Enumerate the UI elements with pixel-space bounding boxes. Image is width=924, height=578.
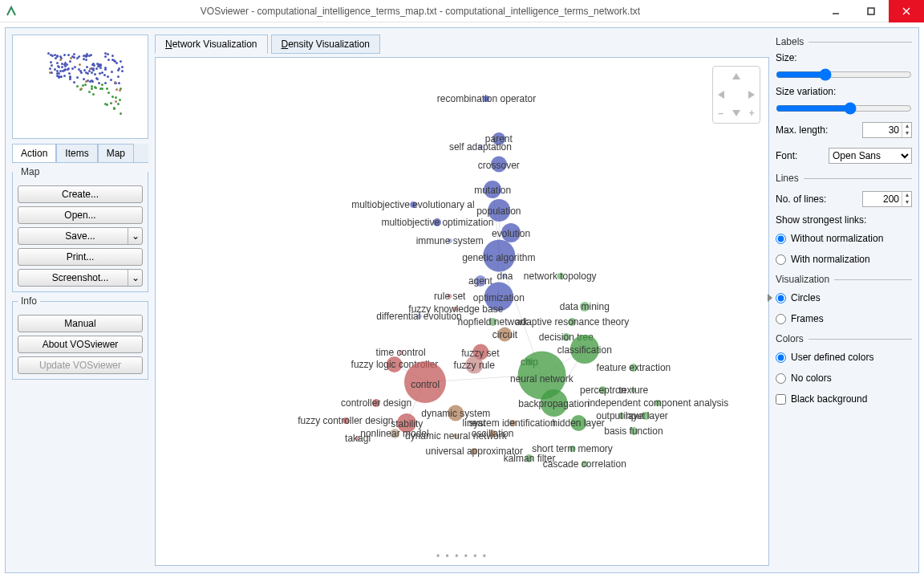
- term-node[interactable]: cascade correlation: [543, 458, 626, 470]
- term-node[interactable]: multiobjective optimization: [381, 217, 493, 228]
- term-node[interactable]: time control: [376, 347, 426, 358]
- font-select[interactable]: Open Sans: [829, 148, 912, 164]
- term-node[interactable]: short term memory: [532, 443, 613, 454]
- term-node[interactable]: recombination operator: [437, 93, 536, 104]
- term-node[interactable]: hidden layer: [552, 417, 604, 429]
- size-variation-slider[interactable]: [776, 102, 912, 115]
- save-button[interactable]: Save...⌄: [18, 227, 143, 245]
- term-node[interactable]: controller design: [341, 397, 411, 409]
- term-node[interactable]: decision tree: [539, 332, 594, 343]
- term-node[interactable]: fuzzy knowledge base: [408, 303, 503, 315]
- open-button[interactable]: Open...: [18, 206, 143, 224]
- term-node[interactable]: fuzzy set: [461, 346, 499, 358]
- app-icon: [0, 0, 22, 22]
- check-black-bg[interactable]: Black background: [776, 393, 912, 405]
- radio-without-norm[interactable]: Without normalization: [776, 233, 912, 244]
- pan-left-icon[interactable]: [713, 85, 728, 104]
- term-node[interactable]: crossover: [478, 158, 520, 170]
- visualization-canvas[interactable]: –+ • • • • • • recombination operatorpar…: [155, 57, 769, 566]
- term-node[interactable]: fuzzy rule: [454, 359, 495, 371]
- titlebar: VOSviewer - computational_intelligence_t…: [0, 0, 924, 22]
- right-sidebar: Labels Size: Size variation: Max. length…: [776, 35, 912, 566]
- chevron-down-icon[interactable]: ⌄: [128, 270, 142, 286]
- term-node[interactable]: backpropagation: [518, 396, 590, 410]
- manual-button[interactable]: Manual: [18, 315, 143, 332]
- term-node[interactable]: nonlinear model: [360, 428, 428, 439]
- radio-no-colors[interactable]: No colors: [776, 372, 912, 384]
- group-info: Info Manual About VOSviewer Update VOSvi…: [12, 295, 148, 380]
- term-node[interactable]: data mining: [560, 301, 610, 312]
- term-node[interactable]: takagi: [345, 433, 371, 444]
- term-node[interactable]: system identification: [469, 417, 556, 429]
- overview-map[interactable]: [12, 35, 148, 139]
- pan-right-icon[interactable]: [744, 85, 760, 104]
- tab-map[interactable]: Map: [98, 144, 134, 162]
- term-node[interactable]: universal approximator: [426, 446, 523, 457]
- term-node[interactable]: linear: [463, 417, 486, 429]
- tab-action[interactable]: Action: [12, 144, 56, 162]
- term-node[interactable]: differential evolution: [376, 311, 462, 322]
- term-node[interactable]: multiobjective evolutionary al: [351, 199, 474, 210]
- size-slider[interactable]: [776, 68, 912, 81]
- term-node[interactable]: basis function: [604, 425, 663, 437]
- group-map-legend: Map: [18, 166, 43, 177]
- term-node[interactable]: circuit: [492, 328, 517, 340]
- zoom-in-icon[interactable]: +: [744, 104, 760, 123]
- term-node[interactable]: output layer: [596, 410, 646, 421]
- radio-circles[interactable]: Circles: [776, 292, 912, 303]
- term-node[interactable]: fuzzy controller design: [298, 415, 393, 426]
- term-node[interactable]: adaptive resonance theory: [516, 316, 629, 328]
- svg-rect-1: [868, 8, 874, 14]
- no-of-lines-input[interactable]: [863, 193, 902, 205]
- spin-down-icon[interactable]: ▾: [902, 199, 911, 206]
- max-length-spinner[interactable]: ▴▾: [862, 122, 912, 138]
- radio-frames[interactable]: Frames: [776, 313, 912, 324]
- resize-grip[interactable]: • • • • • •: [436, 551, 488, 562]
- radio-user-colors[interactable]: User defined colors: [776, 352, 912, 363]
- term-node[interactable]: rule set: [434, 291, 465, 302]
- group-info-legend: Info: [18, 295, 40, 307]
- zoom-out-icon[interactable]: –: [713, 104, 728, 123]
- window-body: Action Items Map Map Create... Open... S…: [5, 27, 919, 573]
- tab-net-label: etwork Visualization: [172, 39, 257, 50]
- screenshot-button[interactable]: Screenshot...⌄: [18, 269, 143, 287]
- max-length-input[interactable]: [863, 124, 902, 136]
- term-node[interactable]: agent: [468, 275, 492, 287]
- term-node[interactable]: dynamic neural network: [405, 430, 507, 442]
- print-button[interactable]: Print...: [18, 248, 143, 266]
- chevron-down-icon[interactable]: ⌄: [128, 228, 142, 244]
- term-node[interactable]: oscillation: [472, 428, 514, 439]
- term-node[interactable]: kalman filter: [504, 453, 556, 464]
- collapse-right-icon[interactable]: [768, 294, 774, 307]
- radio-with-norm[interactable]: With normalization: [776, 254, 912, 265]
- viz-tabs: Network Visualization Density Visualizat…: [155, 35, 769, 54]
- term-node[interactable]: immune system: [416, 235, 484, 246]
- tab-items[interactable]: Items: [56, 144, 97, 162]
- maximize-button[interactable]: [853, 0, 889, 22]
- spin-down-icon[interactable]: ▾: [902, 130, 911, 137]
- term-node[interactable]: independent component analysis: [588, 397, 728, 409]
- nav-pad[interactable]: –+: [712, 66, 760, 124]
- term-node[interactable]: input layer: [624, 410, 668, 421]
- close-button[interactable]: [889, 0, 924, 22]
- sidebar-tabs: Action Items Map: [12, 144, 148, 163]
- term-node[interactable]: feature extraction: [597, 362, 671, 373]
- term-node[interactable]: network topology: [524, 271, 597, 282]
- term-node[interactable]: parent: [485, 133, 513, 144]
- tab-network-visualization[interactable]: Network Visualization: [155, 35, 268, 54]
- pan-down-icon[interactable]: [728, 104, 744, 123]
- tab-density-visualization[interactable]: Density Visualization: [271, 35, 381, 54]
- term-node[interactable]: self adaptation: [449, 141, 512, 153]
- max-length-label: Max. length:: [776, 124, 828, 136]
- pan-up-icon[interactable]: [728, 67, 744, 85]
- no-of-lines-spinner[interactable]: ▴▾: [862, 191, 912, 207]
- center-panel: Network Visualization Density Visualizat…: [155, 35, 769, 566]
- minimize-button[interactable]: [818, 0, 853, 22]
- create-button[interactable]: Create...: [18, 185, 143, 203]
- size-label: Size:: [776, 52, 912, 63]
- about-button[interactable]: About VOSviewer: [18, 336, 143, 353]
- term-node[interactable]: dynamic system: [421, 407, 490, 419]
- term-node[interactable]: hopfield network: [457, 316, 527, 328]
- term-node[interactable]: perceptron: [580, 385, 626, 396]
- term-node[interactable]: texture: [619, 385, 649, 396]
